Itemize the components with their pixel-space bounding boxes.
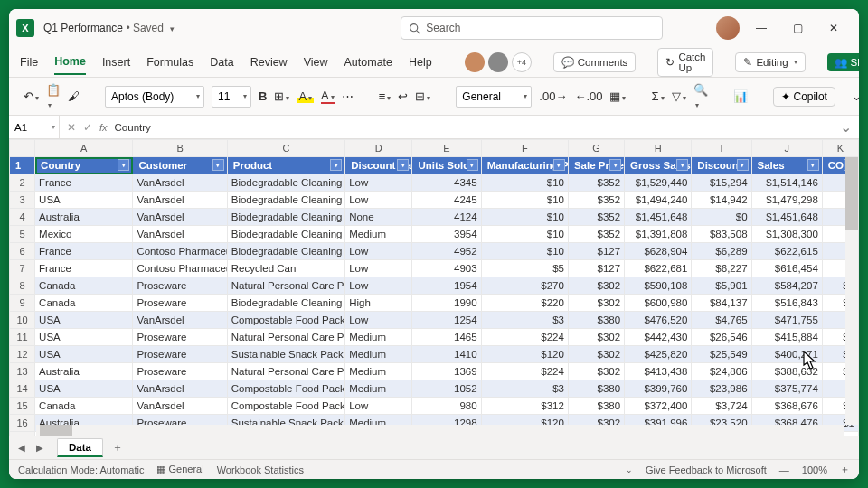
undo-button[interactable]: ↶	[24, 89, 39, 103]
cell[interactable]: 4245	[412, 192, 481, 209]
column-header[interactable]: A	[35, 140, 133, 157]
table-header-cell[interactable]: Customer▾	[133, 157, 227, 174]
share-button[interactable]: 👥 Share	[827, 53, 859, 71]
cell[interactable]: $368,676	[751, 398, 822, 415]
cell[interactable]: 4124	[412, 209, 481, 226]
row-header[interactable]: 13	[10, 363, 35, 380]
font-family-select[interactable]: Aptos (Body)	[105, 86, 204, 108]
cell[interactable]: $388,632	[751, 363, 822, 380]
row-header[interactable]: 4	[10, 209, 35, 226]
table-header-cell[interactable]: Gross Sales▾	[625, 157, 692, 174]
cell[interactable]: Proseware	[133, 295, 227, 312]
cell[interactable]: $224	[481, 329, 568, 346]
row-header[interactable]: 14	[10, 380, 35, 398]
cell[interactable]: $1,479,298	[751, 192, 822, 209]
horizontal-scrollbar[interactable]	[36, 425, 844, 436]
format-painter-button[interactable]: 🖌	[68, 89, 80, 103]
decrease-decimal-button[interactable]: ←.00	[574, 89, 602, 103]
cell[interactable]: $10	[481, 243, 568, 260]
editing-mode-button[interactable]: ✎ Editing	[735, 52, 805, 72]
filter-icon[interactable]: ▾	[212, 159, 224, 171]
cell[interactable]: Natural Personal Care Products	[227, 329, 344, 346]
cell[interactable]: $10	[481, 174, 568, 192]
cell[interactable]: High	[345, 295, 412, 312]
cell[interactable]: $15,294	[692, 174, 751, 192]
spreadsheet-grid[interactable]: ABCDEFGHIJK 1Country▾Customer▾Product▾Di…	[9, 139, 859, 436]
cell[interactable]: $516,843	[751, 295, 822, 312]
horizontal-scroll-thumb[interactable]	[40, 425, 72, 436]
find-button[interactable]: 🔍	[693, 83, 708, 110]
cell[interactable]: Low	[345, 398, 412, 415]
cell[interactable]: $5,901	[692, 277, 751, 295]
user-avatar[interactable]	[716, 16, 740, 40]
cell[interactable]: $628,904	[625, 243, 692, 260]
collaborators[interactable]: +4	[465, 52, 532, 72]
vertical-scrollbar[interactable]	[845, 157, 858, 425]
column-header[interactable]: D	[345, 140, 412, 157]
filter-icon[interactable]: ▾	[807, 159, 819, 171]
cell[interactable]: 3954	[412, 226, 481, 243]
collab-avatar-2[interactable]	[488, 52, 508, 72]
cell[interactable]: Biodegradable Cleaning Products	[227, 192, 344, 209]
cell[interactable]: USA	[35, 329, 133, 346]
cell[interactable]: Australia	[35, 363, 133, 380]
row-header[interactable]: 11	[10, 329, 35, 346]
catch-up-button[interactable]: ↻ Catch Up	[657, 48, 713, 77]
tab-automate[interactable]: Automate	[344, 51, 393, 74]
row-header[interactable]: 9	[10, 295, 35, 312]
cell[interactable]: VanArsdel	[133, 380, 227, 398]
row-header[interactable]: 6	[10, 243, 35, 260]
filter-icon[interactable]: ▾	[467, 159, 478, 171]
cell[interactable]: 1465	[412, 329, 481, 346]
cell[interactable]: Sustainable Snack Packaging	[227, 346, 344, 363]
tab-data[interactable]: Data	[210, 51, 233, 74]
cell[interactable]: Medium	[345, 329, 412, 346]
tab-formulas[interactable]: Formulas	[146, 51, 193, 74]
cell[interactable]: $83,508	[692, 226, 751, 243]
cell[interactable]: VanArsdel	[133, 312, 227, 329]
autosum-button[interactable]: Σ	[651, 89, 664, 103]
column-header[interactable]: F	[481, 140, 568, 157]
column-header[interactable]: E	[412, 140, 481, 157]
cell[interactable]: $312	[481, 398, 568, 415]
cell[interactable]: Compostable Food Packaging	[227, 398, 344, 415]
column-header[interactable]: G	[568, 140, 624, 157]
cell[interactable]: $415,884	[751, 329, 822, 346]
cell[interactable]: Biodegradable Cleaning Products	[227, 243, 344, 260]
table-header-cell[interactable]: Discount Band▾	[345, 157, 412, 174]
cell[interactable]: $0	[692, 209, 751, 226]
cell[interactable]: $24,806	[692, 363, 751, 380]
cell[interactable]: 1254	[412, 312, 481, 329]
more-font-button[interactable]: ⋯	[342, 89, 354, 103]
cell[interactable]: Compostable Food Packaging	[227, 380, 344, 398]
border-button[interactable]: ⊞	[274, 89, 289, 103]
cell[interactable]: 4952	[412, 243, 481, 260]
cell[interactable]: Low	[345, 243, 412, 260]
column-header[interactable]: C	[227, 140, 344, 157]
cell[interactable]: USA	[35, 312, 133, 329]
cell[interactable]: $380	[568, 398, 624, 415]
cell[interactable]: VanArsdel	[133, 209, 227, 226]
cell[interactable]: $352	[568, 209, 624, 226]
cell[interactable]: Recycled Can	[227, 260, 344, 277]
cell[interactable]: Mexico	[35, 226, 133, 243]
row-header[interactable]: 7	[10, 260, 35, 277]
cell[interactable]: $5	[481, 260, 568, 277]
column-header[interactable]: I	[692, 140, 751, 157]
cell[interactable]: Low	[345, 312, 412, 329]
cell[interactable]: $375,774	[751, 380, 822, 398]
column-header[interactable]: H	[625, 140, 692, 157]
filter-icon[interactable]: ▾	[118, 159, 129, 171]
cell[interactable]: VanArsdel	[133, 174, 227, 192]
cell[interactable]: Biodegradable Cleaning Products	[227, 174, 344, 192]
cell[interactable]: $4,765	[692, 312, 751, 329]
tab-insert[interactable]: Insert	[102, 51, 130, 74]
cell[interactable]: $1,514,146	[751, 174, 822, 192]
cell[interactable]: Canada	[35, 295, 133, 312]
feedback-link[interactable]: Give Feedback to Microsoft	[646, 465, 767, 475]
minimize-button[interactable]: —	[743, 14, 779, 42]
cell[interactable]: Compostable Food Packaging	[227, 312, 344, 329]
cell[interactable]: $302	[568, 363, 624, 380]
sort-filter-button[interactable]: ▽	[672, 89, 686, 103]
zoom-in-button[interactable]: ＋	[840, 463, 850, 476]
